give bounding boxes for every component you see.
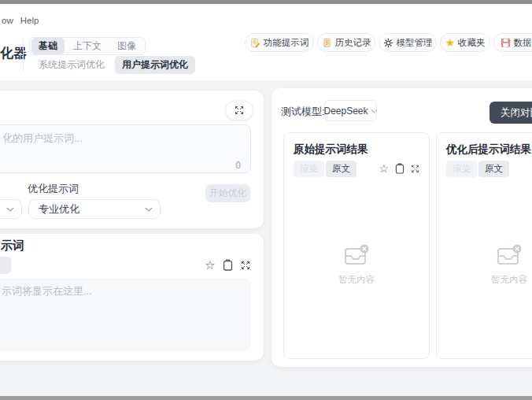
expand-input-button[interactable] [225,100,253,120]
optimize-template-select[interactable]: 专业优化 [28,199,161,219]
memo-icon [250,38,260,48]
optimized-empty-state: 暂无内容 [437,243,532,286]
function-prompts-label: 功能提示词 [264,37,309,49]
menu-bar: ow Help [2,16,39,25]
model-manage-label: 模型管理 [397,37,433,49]
expand-icon[interactable] [241,261,250,270]
close-compare-button[interactable]: 关闭对比 [490,102,532,124]
history-label: 历史记录 [335,37,371,49]
model-manage-button[interactable]: 模型管理 [379,33,437,52]
tab-context[interactable]: 上下文 [66,38,109,54]
original-view-tabs: 渲染 原文 [294,161,357,177]
user-prompt-input[interactable] [0,124,251,173]
favorites-label: 收藏夹 [458,37,486,49]
start-optimize-button[interactable]: 开始优化 [205,184,250,202]
output-actions: ☆ [205,259,250,271]
expand-icon[interactable] [411,165,419,173]
optimized-prompt-title: 示词 [1,239,24,254]
original-empty-state: 暂无内容 [284,243,429,286]
favorites-button[interactable]: ★ 收藏夹 [440,33,490,52]
favorite-star-icon[interactable]: ☆ [205,259,215,271]
optimized-result-card: 优化后提示词结果 渲染 原文 ☆ [436,132,532,359]
copy-icon[interactable] [395,163,405,174]
window-frame-bottom [0,396,532,400]
char-counter: 0 [220,160,241,171]
chevron-down-icon [145,207,153,212]
chevron-down-icon [371,109,378,113]
empty-inbox-icon [343,243,370,267]
tab-source[interactable]: 原文 [326,161,357,177]
history-button[interactable]: 历史记录 [317,33,375,52]
optimized-result-title: 优化后提示词结果 [446,143,531,157]
tab-source[interactable]: 原文 [478,161,509,177]
chevron-down-icon [6,207,14,212]
empty-text: 暂无内容 [284,274,429,286]
optimized-view-tabs: 渲染 原文 [446,161,509,177]
test-panel: 测试模型: DeepSeek 关闭对比 原始提示词结果 渲染 原文 ☆ [272,88,532,367]
tab-render[interactable]: 渲染 [294,161,324,177]
star-icon: ★ [445,37,455,48]
model-select-cutoff[interactable] [0,199,22,219]
app-window: ow Help 化器 基础 上下文 图像 系统提示词优化 用户提示词优化 功能提… [0,0,532,400]
test-model-label: 测试模型: [281,105,325,119]
test-model-value: DeepSeek [323,106,368,117]
user-prompt-input-card: 0 优化提示词 专业优化 开始优化 [0,91,264,228]
original-result-title: 原始提示词结果 [294,143,368,157]
window-frame-top [0,0,532,4]
empty-text: 暂无内容 [437,274,532,286]
original-result-card: 原始提示词结果 渲染 原文 ☆ [283,132,430,359]
expand-icon [235,106,244,115]
menu-item-window[interactable]: ow [2,16,13,25]
scroll-icon [322,38,332,48]
optimize-template-value: 专业优化 [39,202,79,217]
sub-tab-group: 系统提示词优化 用户提示词优化 [31,56,195,73]
data-manage-label: 数据管理 [514,37,532,49]
optimized-prompt-card: 示词 ☆ 示词将显示在这里... [0,234,264,361]
gear-icon [383,38,393,48]
empty-inbox-icon [496,243,523,267]
menu-item-help[interactable]: Help [20,16,39,25]
function-prompts-button[interactable]: 功能提示词 [245,33,314,52]
copy-icon[interactable] [223,259,233,271]
tab-basic[interactable]: 基础 [31,38,65,54]
original-result-actions: ☆ [379,163,419,174]
optimize-template-label: 优化提示词 [28,182,79,196]
floppy-icon [501,38,511,48]
favorite-star-icon[interactable]: ☆ [379,163,389,174]
tab-image[interactable]: 图像 [110,38,143,54]
tab-system-prompt-optimize[interactable]: 系统提示词优化 [31,56,112,74]
optimized-prompt-display[interactable]: 示词将显示在这里... [0,278,251,351]
mode-tab-group: 基础 上下文 图像 [29,37,146,55]
version-badge[interactable] [0,257,11,274]
tab-render[interactable]: 渲染 [446,161,477,177]
test-model-select[interactable]: DeepSeek [324,100,377,121]
data-manage-button[interactable]: 数据管理 [493,33,532,52]
tab-user-prompt-optimize[interactable]: 用户提示词优化 [115,56,195,74]
header-divider [23,39,24,71]
